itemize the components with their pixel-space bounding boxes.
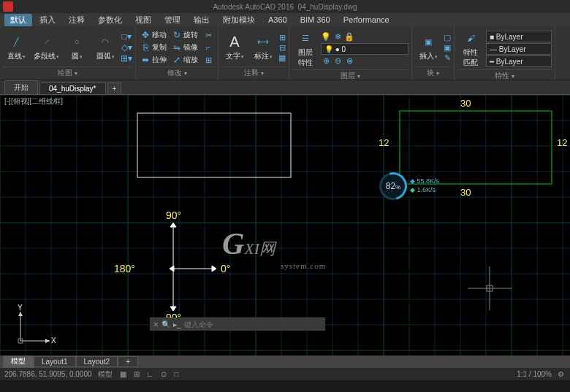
trim-button[interactable]: ✂ <box>202 29 215 41</box>
linetype-combo[interactable]: — ByLayer <box>486 43 552 55</box>
download-speed: 55.8K/s <box>417 177 440 185</box>
arc-button[interactable]: ◠圆弧 <box>92 32 118 63</box>
move-button[interactable]: ✥移动 <box>139 29 168 41</box>
menu-tab[interactable]: 视图 <box>129 14 157 26</box>
mirror-button[interactable]: ⇋镜像 <box>170 42 200 53</box>
line-button[interactable]: ╱直线 <box>3 32 29 63</box>
document-tabs: 开始 04_huDisplay + <box>0 80 570 95</box>
menu-tab[interactable]: A360 <box>262 15 293 25</box>
snap-toggle-icon[interactable]: ⊞ <box>132 370 141 378</box>
line-icon: ╱ <box>8 34 24 50</box>
ribbon-panel: ╱直线⟋多段线○圆◠圆弧□▾◇▾⊞▾绘图 <box>0 26 136 80</box>
panel-label[interactable]: 注释 <box>221 66 286 79</box>
lineweight-combo[interactable]: ━ ByLayer <box>486 55 552 67</box>
polyline-icon: ⟋ <box>39 34 55 50</box>
insert-icon: ▣ <box>420 34 436 50</box>
dimension-icon: ⟷ <box>255 34 271 50</box>
svg-text:X: X <box>51 337 56 345</box>
menu-tab[interactable]: Performance <box>338 15 395 25</box>
stretch-button[interactable]: ⬌拉伸 <box>139 54 168 66</box>
menu-tab[interactable]: 参数化 <box>92 14 128 26</box>
panel-label[interactable]: 块 <box>415 66 451 79</box>
network-speed-overlay: 82% ◆ 55.8K/s ◆ 1.6K/s <box>379 172 439 200</box>
insert-block-button[interactable]: ▣插入 <box>415 32 441 63</box>
ribbon-panel: A文字 ⟷标注 ⊞⊟▦ 注释 <box>218 26 289 80</box>
rotate-button[interactable]: ↻旋转 <box>170 29 200 41</box>
upload-speed: 1.6K/s <box>417 186 436 193</box>
prompt-icon: ▸_ <box>173 320 181 328</box>
panel-label[interactable]: 绘图 <box>3 66 132 79</box>
menu-tab[interactable]: 默认 <box>4 14 32 26</box>
rotate-icon: ↻ <box>172 30 182 40</box>
dimension-button[interactable]: ⟷标注 <box>250 32 276 63</box>
command-line[interactable]: ✕ 🔍 ▸_ <box>150 318 325 331</box>
angle-right: 0° <box>221 263 230 274</box>
ribbon-panel: ▣插入 ▢▣✎块 <box>412 26 455 80</box>
doc-tab-start[interactable]: 开始 <box>4 80 38 94</box>
layers-icon: ☰ <box>297 30 314 46</box>
fillet-button[interactable]: ⌐ <box>202 42 215 53</box>
copy-button[interactable]: ⎘复制 <box>139 42 168 53</box>
svg-text:Y: Y <box>18 304 23 312</box>
app-icon <box>3 1 13 12</box>
command-input[interactable] <box>184 320 322 328</box>
menu-tab[interactable]: 附加模块 <box>217 14 261 26</box>
match-icon: 🖌 <box>463 30 479 46</box>
menu-tab[interactable]: 注释 <box>63 14 91 26</box>
svg-marker-46 <box>18 312 23 316</box>
scale-icon: ⤢ <box>172 55 182 65</box>
scale-button[interactable]: ⤢缩放 <box>170 54 200 66</box>
layout-tab-1[interactable]: Layout1 <box>34 356 76 367</box>
panel-label[interactable]: 图层 <box>292 69 408 82</box>
speed-ring: 82% <box>379 172 407 200</box>
svg-marker-39 <box>170 307 176 311</box>
mirror-icon: ⇋ <box>172 42 182 53</box>
layout-tab-model[interactable]: 模型 <box>3 355 34 368</box>
layer-properties-button[interactable]: ☰图层特性 <box>292 28 319 69</box>
menu-tab[interactable]: BIM 360 <box>294 15 336 25</box>
panel-label[interactable]: 修改 <box>139 66 215 79</box>
layout-tab-add[interactable]: + <box>118 356 138 367</box>
polar-toggle-icon[interactable]: ⊙ <box>159 370 168 378</box>
ortho-toggle-icon[interactable]: ∟ <box>145 370 156 378</box>
dim-bottom: 30 <box>460 187 471 198</box>
layer-combo[interactable]: 💡 ● 0 <box>321 43 408 55</box>
close-icon[interactable]: ✕ <box>153 320 159 328</box>
doc-tab-current[interactable]: 04_huDisplay <box>39 82 106 94</box>
app-filename: 04_huDisplay.dwg <box>298 3 357 11</box>
dim-right: 12 <box>557 137 567 148</box>
panel-label[interactable]: 特性 <box>457 69 552 82</box>
model-space-toggle[interactable]: 模型 <box>96 369 114 380</box>
color-combo[interactable]: ■ ByLayer <box>486 31 552 42</box>
drawing-viewport[interactable]: [-][俯视][二维线框] 30 12 12 30 90° 0° 180° 90… <box>0 95 570 356</box>
fillet-icon: ⌐ <box>203 42 213 53</box>
menu-tab[interactable]: 插入 <box>34 14 61 26</box>
circle-icon: ○ <box>69 34 85 50</box>
circle-button[interactable]: ○圆 <box>64 32 90 63</box>
zoom-level[interactable]: 1:1 / 100% <box>517 370 552 378</box>
stretch-icon: ⬌ <box>140 55 151 65</box>
ribbon-panel: 🖌特性匹配 ■ ByLayer — ByLayer ━ ByLayer 特性 <box>455 26 555 80</box>
grid-toggle-icon[interactable]: ▦ <box>118 370 128 378</box>
osnap-toggle-icon[interactable]: □ <box>172 370 180 378</box>
trim-icon: ✂ <box>203 30 213 40</box>
svg-marker-38 <box>170 223 176 227</box>
menu-tab[interactable]: 输出 <box>188 14 216 26</box>
ribbon-tabs: 默认插入注释参数化视图管理输出附加模块A360BIM 360Performanc… <box>0 13 570 26</box>
menu-tab[interactable]: 管理 <box>159 14 186 26</box>
search-icon[interactable]: 🔍 <box>162 320 170 328</box>
cursor-crosshair <box>468 266 512 310</box>
arc-icon: ◠ <box>97 34 113 50</box>
title-bar: Autodesk AutoCAD 2016 04_huDisplay.dwg <box>0 0 570 13</box>
layout-tab-2[interactable]: Layout2 <box>76 356 118 367</box>
gear-icon[interactable]: ⚙ <box>556 370 566 378</box>
white-rectangle <box>137 113 291 177</box>
status-bar: 206.7886, 51.9095, 0.0000 模型 ▦ ⊞ ∟ ⊙ □ 1… <box>0 367 570 380</box>
app-title: Autodesk AutoCAD 2016 <box>213 3 294 11</box>
text-button[interactable]: A文字 <box>221 32 248 63</box>
match-properties-button[interactable]: 🖌特性匹配 <box>457 28 484 69</box>
doc-tab-add[interactable]: + <box>107 82 122 94</box>
polyline-button[interactable]: ⟋多段线 <box>31 32 61 63</box>
angle-compass: 90° 0° 180° 90° <box>114 210 230 323</box>
array-button[interactable]: ⊞ <box>202 54 215 66</box>
